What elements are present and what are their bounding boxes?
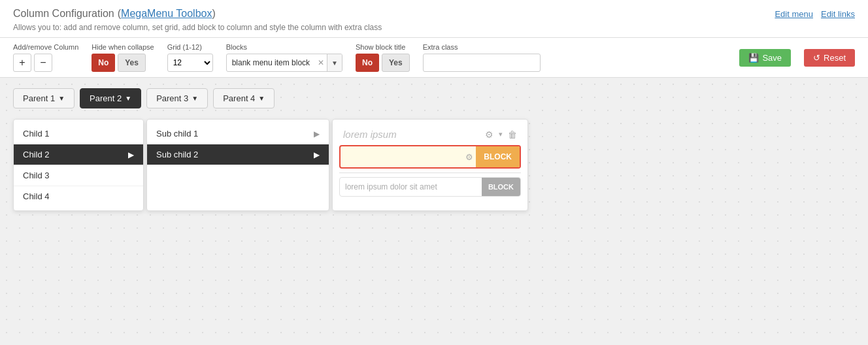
header-left: Column Configuration (MegaMenu Toolbox) … <box>13 7 382 32</box>
remove-column-button[interactable]: − <box>34 54 52 72</box>
extra-class-input[interactable] <box>423 54 541 72</box>
separator-line <box>339 172 521 173</box>
subchild2-label: Sub child 2 <box>156 150 198 159</box>
child2-item[interactable]: Child 2 ▶ <box>14 144 143 165</box>
grid-controls: 12 1234 5678 91011 <box>167 54 213 72</box>
hide-collapse-group: Hide when collapse No Yes <box>92 43 154 72</box>
page-subtitle: Allows you to: add and remove column, se… <box>13 23 382 32</box>
child1-item[interactable]: Child 1 <box>14 123 143 144</box>
tab-parent2-label: Parent 2 <box>90 93 122 103</box>
show-block-title-no-button[interactable]: No <box>356 54 379 72</box>
add-remove-label: Add/remove Column <box>13 43 78 51</box>
blocks-select-text: blank menu item block <box>227 58 315 67</box>
block-input-field[interactable] <box>341 146 463 167</box>
show-block-title-label: Show block title <box>356 43 410 51</box>
tab-parent4-chevron: ▼ <box>258 95 265 102</box>
child4-item[interactable]: Child 4 <box>14 186 143 206</box>
gear-icon[interactable]: ⚙ <box>485 129 493 140</box>
content-panel-title: lorem ipsum <box>343 129 397 140</box>
block-lower-button[interactable]: BLOCK <box>482 178 520 196</box>
subchild1-item[interactable]: Sub child 1 ▶ <box>147 123 329 144</box>
child3-label: Child 3 <box>23 171 49 180</box>
toolbar: Add/remove Column + − Hide when collapse… <box>0 38 868 78</box>
menus-container: Child 1 Child 2 ▶ Child 3 Child 4 Sub ch… <box>13 119 855 211</box>
tab-parent2-chevron: ▼ <box>125 95 131 102</box>
grid-select[interactable]: 12 1234 5678 91011 <box>167 54 213 72</box>
hide-collapse-yes-button[interactable]: Yes <box>118 54 146 72</box>
tab-parent1-label: Parent 1 <box>23 93 55 103</box>
subchild1-arrow: ▶ <box>314 129 320 139</box>
reset-button[interactable]: ↺ Reset <box>804 49 855 67</box>
add-remove-controls: + − <box>13 54 78 72</box>
subchild2-arrow: ▶ <box>314 150 320 159</box>
show-block-title-group: Show block title No Yes <box>356 43 410 72</box>
edit-menu-link[interactable]: Edit menu <box>775 9 813 19</box>
tab-parent1-chevron: ▼ <box>58 95 65 102</box>
child3-item[interactable]: Child 3 <box>14 165 143 186</box>
block-row-lower: lorem ipsum dolor sit amet BLOCK <box>339 177 521 197</box>
reset-label: Reset <box>824 53 846 63</box>
save-label: Save <box>762 53 782 63</box>
extra-class-controls <box>423 54 541 72</box>
show-block-title-yes-button[interactable]: Yes <box>382 54 410 72</box>
add-remove-group: Add/remove Column + − <box>13 43 78 72</box>
tab-parent2[interactable]: Parent 2 ▼ <box>80 88 141 108</box>
content-panel-header: lorem ipsum ⚙ ▾ 🗑 <box>339 126 521 145</box>
subchildren-panel: Sub child 1 ▶ Sub child 2 ▶ <box>146 119 329 211</box>
blocks-select-clear[interactable]: ✕ <box>315 58 327 67</box>
main-content: Parent 1 ▼ Parent 2 ▼ Parent 3 ▼ Parent … <box>0 78 868 339</box>
block-lower-text: lorem ipsum dolor sit amet <box>340 178 482 196</box>
tab-parent3-chevron: ▼ <box>192 95 198 102</box>
hide-collapse-controls: No Yes <box>92 54 154 72</box>
trash-icon[interactable]: 🗑 <box>508 129 517 140</box>
hide-collapse-no-button[interactable]: No <box>92 54 115 72</box>
child2-label: Child 2 <box>23 150 49 159</box>
tab-parent3-label: Parent 3 <box>156 93 188 103</box>
extra-class-group: Extra class <box>423 43 541 72</box>
child4-label: Child 4 <box>23 191 49 201</box>
blocks-group: Blocks blank menu item block ✕ ▼ <box>226 43 342 72</box>
add-column-button[interactable]: + <box>13 54 31 72</box>
hide-collapse-label: Hide when collapse <box>92 43 154 51</box>
parent-tabs: Parent 1 ▼ Parent 2 ▼ Parent 3 ▼ Parent … <box>13 88 855 108</box>
tab-parent4[interactable]: Parent 4 ▼ <box>213 88 275 108</box>
page-title: Column Configuration (MegaMenu Toolbox) <box>13 7 382 20</box>
grid-group: Grid (1-12) 12 1234 5678 91011 <box>167 43 213 72</box>
children-panel: Child 1 Child 2 ▶ Child 3 Child 4 <box>13 119 144 211</box>
tab-parent3[interactable]: Parent 3 ▼ <box>146 88 208 108</box>
blocks-controls: blank menu item block ✕ ▼ <box>226 54 342 72</box>
extra-class-label: Extra class <box>423 43 541 51</box>
content-panel-actions: ⚙ ▾ 🗑 <box>485 129 517 140</box>
content-panel: lorem ipsum ⚙ ▾ 🗑 ⚙ BLOCK lorem ip <box>332 119 528 211</box>
blocks-select-wrap[interactable]: blank menu item block ✕ ▼ <box>226 54 342 72</box>
tab-parent1[interactable]: Parent 1 ▼ <box>13 88 75 108</box>
block-yellow-button[interactable]: BLOCK <box>476 146 520 167</box>
page-wrapper: Column Configuration (MegaMenu Toolbox) … <box>0 0 868 345</box>
header: Column Configuration (MegaMenu Toolbox) … <box>0 0 868 38</box>
reset-icon: ↺ <box>813 53 820 63</box>
page-title-text: Column Configuration <box>13 8 114 19</box>
megamenu-toolbox-link[interactable]: MegaMenu Toolbox <box>121 8 212 19</box>
header-right: Edit menu Edit links <box>775 7 855 19</box>
save-icon: 💾 <box>748 53 759 63</box>
page-title-paren-close: ) <box>212 8 215 19</box>
subchild2-item[interactable]: Sub child 2 ▶ <box>147 144 329 165</box>
show-block-title-controls: No Yes <box>356 54 410 72</box>
child1-label: Child 1 <box>23 129 49 139</box>
chevron-down-icon[interactable]: ▾ <box>499 130 503 139</box>
child2-arrow: ▶ <box>128 150 134 159</box>
grid-label: Grid (1-12) <box>167 43 213 51</box>
edit-links-link[interactable]: Edit links <box>821 9 855 19</box>
subchild1-label: Sub child 1 <box>156 129 198 139</box>
blocks-select-arrow[interactable]: ▼ <box>327 54 342 71</box>
block-input-row: ⚙ BLOCK <box>339 145 521 169</box>
block-gear-icon[interactable]: ⚙ <box>463 152 476 162</box>
blocks-label: Blocks <box>226 43 342 51</box>
save-button[interactable]: 💾 Save <box>739 49 791 67</box>
tab-parent4-label: Parent 4 <box>223 93 255 103</box>
